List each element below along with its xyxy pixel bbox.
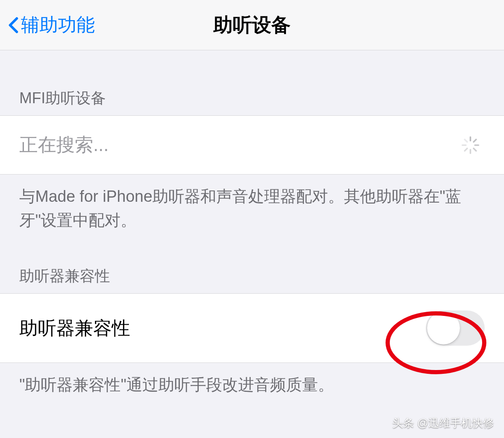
- back-label: 辅助功能: [21, 13, 95, 37]
- content-area: MFI助听设备 正在搜索... 与Made for iPhone助听器和声音处理…: [0, 50, 504, 409]
- spinner-icon: [460, 135, 480, 155]
- compatibility-toggle[interactable]: [426, 310, 485, 346]
- searching-label: 正在搜索...: [19, 133, 109, 157]
- svg-line-3: [474, 148, 476, 151]
- svg-line-5: [465, 148, 467, 151]
- chevron-left-icon: [8, 17, 18, 34]
- svg-line-7: [465, 139, 467, 142]
- page-title: 助听设备: [213, 12, 291, 38]
- watermark: 头条 @迅维手机快修: [392, 416, 494, 430]
- section-header-mfi: MFI助听设备: [0, 67, 504, 115]
- back-button[interactable]: 辅助功能: [8, 13, 95, 37]
- section-footer-compat: "助听器兼容性"通过助听手段改进音频质量。: [0, 363, 504, 409]
- section-footer-mfi: 与Made for iPhone助听器和声音处理器配对。其他助听器在"蓝牙"设置…: [0, 175, 504, 245]
- toggle-knob: [427, 312, 460, 344]
- section-header-compat: 助听器兼容性: [0, 245, 504, 293]
- compatibility-cell: 助听器兼容性: [0, 293, 504, 363]
- svg-line-1: [474, 139, 476, 142]
- searching-cell: 正在搜索...: [0, 115, 504, 175]
- navigation-bar: 辅助功能 助听设备: [0, 0, 504, 50]
- compatibility-label: 助听器兼容性: [19, 316, 130, 341]
